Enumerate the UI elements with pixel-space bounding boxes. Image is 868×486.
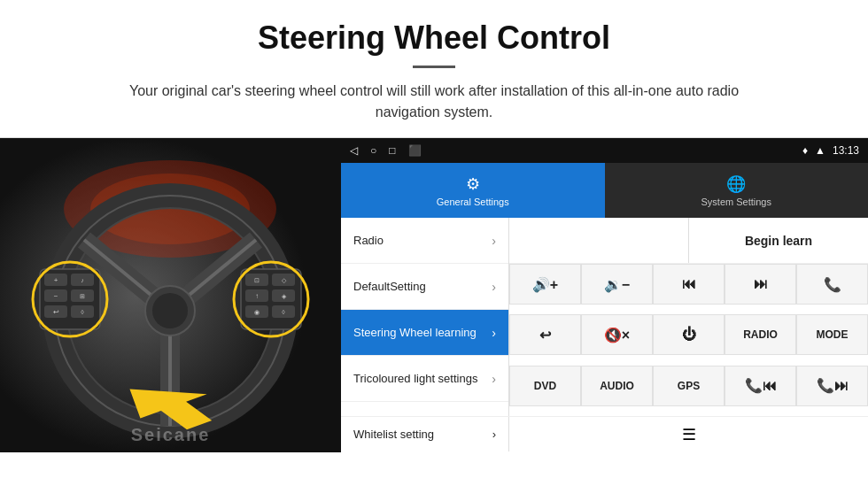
phone-next-button[interactable]: 📞⏭ xyxy=(796,366,868,406)
menu-item-default-label: DefaultSetting xyxy=(353,280,492,293)
steering-wheel-bg: + ♪ − ⊞ ↩ ◊ ⊡ ◇ xyxy=(0,138,341,452)
nav-menu-icon[interactable]: ⬛ xyxy=(408,144,422,157)
top-control-row: Begin learn xyxy=(509,218,868,264)
volume-up-button[interactable]: 🔊+ xyxy=(509,264,581,305)
menu-item-tricoloured-label: Tricoloured light settings xyxy=(353,372,492,385)
page-container: Steering Wheel Control Your original car… xyxy=(0,0,868,451)
tab-system-label: System Settings xyxy=(701,197,771,207)
status-bar: ◁ ○ □ ⬛ ♦ ▲ 13:13 xyxy=(341,138,868,163)
tabs-row: ⚙ General Settings 🌐 System Settings xyxy=(341,163,868,218)
next-track-button[interactable]: ⏭ xyxy=(725,264,796,305)
hang-up-button[interactable]: ↩ xyxy=(509,314,581,355)
control-buttons-grid: 🔊+ 🔉− ⏮ ⏭ 📞 ↩ 🔇× ⏻ RADIO MODE DVD AUDI xyxy=(509,264,868,416)
svg-text:◊: ◊ xyxy=(282,309,285,315)
begin-learn-button[interactable]: Begin learn xyxy=(689,218,868,263)
chevron-right-icon: › xyxy=(492,280,496,294)
main-panel: Radio › DefaultSetting › Steering Wheel … xyxy=(341,218,868,416)
chevron-right-icon: › xyxy=(492,372,496,386)
car-image-section: + ♪ − ⊞ ↩ ◊ ⊡ ◇ xyxy=(0,138,341,452)
general-settings-icon: ⚙ xyxy=(466,174,480,194)
whitelist-icon-area: ☰ xyxy=(509,425,868,444)
radio-button[interactable]: RADIO xyxy=(725,314,796,355)
nav-home-icon[interactable]: ○ xyxy=(370,144,376,157)
location-icon: ♦ xyxy=(802,144,808,157)
page-title: Steering Wheel Control xyxy=(35,19,833,57)
mode-button[interactable]: MODE xyxy=(796,314,868,355)
status-bar-right: ♦ ▲ 13:13 xyxy=(802,144,859,157)
svg-text:+: + xyxy=(54,276,58,284)
gps-button[interactable]: GPS xyxy=(653,366,725,406)
header-description: Your original car's steering wheel contr… xyxy=(97,81,771,123)
svg-point-13 xyxy=(152,293,188,328)
whitelist-row: Whitelist setting › ☰ xyxy=(341,416,868,451)
chevron-right-icon: › xyxy=(492,326,496,340)
tab-general-label: General Settings xyxy=(437,197,509,207)
controls-panel: Begin learn 🔊+ 🔉− ⏮ ⏭ 📞 ↩ 🔇× ⏻ xyxy=(509,218,868,416)
chevron-right-icon: › xyxy=(492,234,496,248)
header-divider xyxy=(413,66,455,68)
chevron-right-icon: › xyxy=(492,428,496,441)
whitelist-label: Whitelist setting xyxy=(353,428,492,441)
tab-system[interactable]: 🌐 System Settings xyxy=(605,163,869,218)
menu-item-radio[interactable]: Radio › xyxy=(341,218,508,264)
svg-text:◊: ◊ xyxy=(81,309,84,315)
watermark: Seicane xyxy=(131,425,211,445)
list-icon: ☰ xyxy=(682,425,696,444)
power-button[interactable]: ⏻ xyxy=(653,314,725,355)
menu-list: Radio › DefaultSetting › Steering Wheel … xyxy=(341,218,509,416)
svg-text:↑: ↑ xyxy=(255,292,259,300)
nav-recent-icon[interactable]: □ xyxy=(389,144,395,157)
svg-text:⊡: ⊡ xyxy=(254,277,260,283)
svg-text:◉: ◉ xyxy=(254,309,260,315)
header: Steering Wheel Control Your original car… xyxy=(0,0,868,137)
volume-down-button[interactable]: 🔉− xyxy=(581,264,653,305)
svg-text:−: − xyxy=(54,292,58,300)
content-area: + ♪ − ⊞ ↩ ◊ ⊡ ◇ xyxy=(0,137,868,451)
android-ui: ◁ ○ □ ⬛ ♦ ▲ 13:13 ⚙ General Settings xyxy=(341,138,868,451)
menu-item-radio-label: Radio xyxy=(353,234,492,247)
menu-item-steering-wheel[interactable]: Steering Wheel learning › xyxy=(341,310,508,356)
mute-button[interactable]: 🔇× xyxy=(581,314,653,355)
menu-item-steering-label: Steering Wheel learning xyxy=(353,326,492,339)
tab-general[interactable]: ⚙ General Settings xyxy=(341,163,605,218)
svg-text:⊞: ⊞ xyxy=(80,293,85,299)
phone-button[interactable]: 📞 xyxy=(796,264,868,305)
whitelist-menu-item[interactable]: Whitelist setting › xyxy=(341,417,509,451)
prev-track-button[interactable]: ⏮ xyxy=(653,264,725,305)
audio-button[interactable]: AUDIO xyxy=(581,366,653,406)
system-settings-icon: 🌐 xyxy=(726,174,746,194)
nav-back-icon[interactable]: ◁ xyxy=(350,144,358,157)
svg-text:↩: ↩ xyxy=(53,308,59,316)
menu-item-tricoloured[interactable]: Tricoloured light settings › xyxy=(341,356,508,402)
menu-item-default-setting[interactable]: DefaultSetting › xyxy=(341,264,508,310)
time-display: 13:13 xyxy=(833,144,859,157)
dvd-button[interactable]: DVD xyxy=(509,366,581,406)
phone-prev-button[interactable]: 📞⏮ xyxy=(725,366,796,406)
empty-input-box xyxy=(509,218,689,263)
status-bar-nav: ◁ ○ □ ⬛ xyxy=(350,144,422,157)
wifi-icon: ▲ xyxy=(815,144,825,157)
svg-text:♪: ♪ xyxy=(81,277,84,283)
